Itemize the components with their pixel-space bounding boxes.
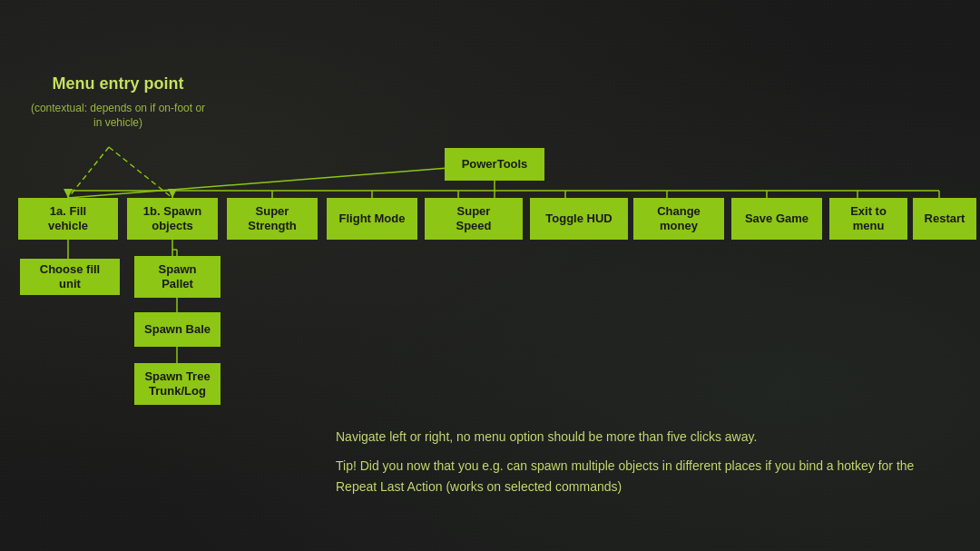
toggle-hud-button[interactable]: Toggle HUD (530, 198, 628, 240)
choose-fill-unit-button[interactable]: Choose fillunit (20, 259, 120, 295)
bottom-text-container: Navigate left or right, no menu option s… (336, 427, 944, 497)
super-strength-button[interactable]: SuperStrength (227, 198, 318, 240)
fill-vehicle-button[interactable]: 1a. Fillvehicle (18, 198, 118, 240)
spawn-pallet-button[interactable]: SpawnPallet (134, 256, 220, 298)
svg-line-4 (68, 164, 495, 198)
spawn-objects-button[interactable]: 1b. Spawnobjects (127, 198, 218, 240)
change-money-button[interactable]: Changemoney (633, 198, 724, 240)
flight-mode-button[interactable]: Flight Mode (327, 198, 417, 240)
restart-button[interactable]: Restart (913, 198, 976, 240)
spawn-tip: Tip! Did you now that you e.g. can spawn… (336, 456, 944, 497)
super-speed-button[interactable]: SuperSpeed (425, 198, 523, 240)
menu-entry-subtitle: (contextual: depends on if on-foot or in… (27, 102, 209, 130)
powertools-node[interactable]: PowerTools (445, 148, 544, 181)
spawn-tree-trunk-button[interactable]: Spawn TreeTrunk/Log (134, 363, 220, 405)
navigate-tip: Navigate left or right, no menu option s… (336, 427, 944, 447)
exit-to-menu-button[interactable]: Exit tomenu (829, 198, 907, 240)
spawn-bale-button[interactable]: Spawn Bale (134, 312, 220, 347)
save-game-button[interactable]: Save Game (731, 198, 822, 240)
svg-marker-3 (168, 189, 177, 198)
svg-marker-2 (64, 189, 73, 198)
svg-line-1 (109, 147, 172, 198)
menu-entry-title: Menu entry point (27, 74, 209, 94)
svg-line-0 (68, 147, 109, 198)
